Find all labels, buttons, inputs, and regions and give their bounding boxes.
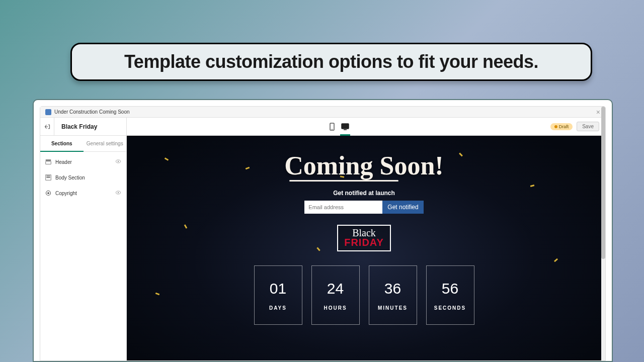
section-item-copyright[interactable]: Copyright xyxy=(40,185,126,201)
app-name: Under Construction Coming Soon xyxy=(54,109,130,115)
svg-point-11 xyxy=(47,192,49,194)
svg-rect-3 xyxy=(46,160,51,161)
sidebar: Sections General settings Header Body Se… xyxy=(40,136,127,360)
preview-content: Coming Soon! Get notified at launch Get … xyxy=(127,136,601,325)
section-item-body[interactable]: Body Section xyxy=(40,170,126,185)
section-list: Header Body Section Copyright xyxy=(40,152,126,203)
toolbar: Black Friday Draft Save xyxy=(40,118,605,136)
svg-point-1 xyxy=(332,129,333,130)
countdown-label: HOURS xyxy=(324,305,347,311)
countdown-value: 24 xyxy=(327,280,344,297)
workspace: Sections General settings Header Body Se… xyxy=(40,136,605,360)
svg-point-6 xyxy=(118,161,119,162)
countdown-value: 56 xyxy=(442,280,458,297)
section-item-header[interactable]: Header xyxy=(40,154,126,170)
desktop-view-button[interactable] xyxy=(341,123,349,131)
template-name: Black Friday xyxy=(54,123,97,130)
countdown-value: 36 xyxy=(384,280,401,297)
app-frame: Under Construction Coming Soon × Black F… xyxy=(33,99,613,362)
countdown-days: 01 DAYS xyxy=(254,265,302,325)
countdown-label: SECONDS xyxy=(434,305,466,311)
countdown-seconds: 56 SECONDS xyxy=(426,265,474,325)
save-button[interactable]: Save xyxy=(577,122,599,131)
countdown-hours: 24 HOURS xyxy=(311,265,360,325)
tab-sections[interactable]: Sections xyxy=(40,136,84,151)
desktop-icon xyxy=(341,123,349,131)
mobile-icon xyxy=(328,123,336,131)
countdown-value: 01 xyxy=(270,280,286,297)
app-icon xyxy=(45,109,51,115)
heading: Coming Soon! xyxy=(284,151,443,180)
notify-form: Get notified xyxy=(304,201,423,214)
visibility-icon[interactable] xyxy=(115,190,121,197)
svg-rect-8 xyxy=(46,175,50,176)
svg-rect-4 xyxy=(46,161,51,164)
svg-rect-2 xyxy=(342,124,349,129)
back-button[interactable] xyxy=(40,118,54,135)
device-switcher xyxy=(127,123,550,131)
header-icon xyxy=(45,159,51,165)
notify-label: Get notified at launch xyxy=(333,190,395,197)
scrollbar[interactable] xyxy=(601,136,605,360)
countdown-label: DAYS xyxy=(269,305,287,311)
banner-title: Template customization options to fit yo… xyxy=(87,51,576,72)
scrollbar-thumb[interactable] xyxy=(601,136,605,259)
toolbar-left: Black Friday xyxy=(40,118,127,135)
tab-general-settings[interactable]: General settings xyxy=(84,136,127,151)
visibility-icon[interactable] xyxy=(115,158,121,165)
svg-point-13 xyxy=(118,192,119,193)
exit-icon xyxy=(44,124,50,130)
black-friday-logo: Black FRIDAY xyxy=(337,225,391,251)
countdown-minutes: 36 MINUTES xyxy=(369,265,417,325)
status-badge: Draft xyxy=(550,123,573,130)
preview-canvas: Coming Soon! Get notified at launch Get … xyxy=(127,136,601,360)
svg-rect-9 xyxy=(46,177,50,178)
close-icon[interactable]: × xyxy=(596,109,600,116)
app-window: Under Construction Coming Soon × Black F… xyxy=(40,106,606,361)
mobile-view-button[interactable] xyxy=(328,123,336,131)
logo-top: Black xyxy=(344,229,384,237)
email-input[interactable] xyxy=(304,201,382,214)
titlebar: Under Construction Coming Soon × xyxy=(40,107,605,118)
toolbar-right: Draft Save xyxy=(550,122,605,131)
countdown: 01 DAYS 24 HOURS 36 MINUTES 56 xyxy=(254,265,474,325)
copyright-icon xyxy=(45,190,51,196)
body-icon xyxy=(45,174,51,180)
sidebar-tabs: Sections General settings xyxy=(40,136,126,152)
section-label: Header xyxy=(55,159,72,165)
logo-bottom: FRIDAY xyxy=(344,237,384,248)
section-label: Copyright xyxy=(55,191,77,196)
countdown-label: MINUTES xyxy=(378,305,408,311)
promo-banner: Template customization options to fit yo… xyxy=(70,43,592,81)
section-label: Body Section xyxy=(55,175,85,180)
notify-button[interactable]: Get notified xyxy=(382,201,423,214)
